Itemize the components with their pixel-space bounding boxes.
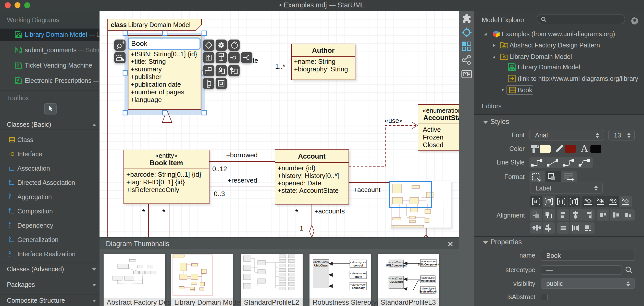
svg-text:entity: entity bbox=[354, 275, 362, 278]
svg-text:te: te bbox=[253, 57, 258, 64]
svg-text:+history: History[0..*]: +history: History[0..*] bbox=[278, 172, 339, 180]
svg-text:«stereotype»: «stereotype» bbox=[421, 260, 436, 263]
svg-text:+borrowed: +borrowed bbox=[226, 151, 258, 159]
svg-text:+publication date: +publication date bbox=[131, 81, 181, 88]
svg-text:«stereotype»: «stereotype» bbox=[420, 276, 436, 279]
svg-text:Library Domain Model: Library Domain Model bbox=[128, 21, 191, 28]
svg-text:+biography: String: +biography: String bbox=[294, 65, 348, 73]
svg-text:«enumeration»: «enumeration» bbox=[423, 107, 459, 114]
svg-text:+ISBN: String[0..1] {id}: +ISBN: String[0..1] {id} bbox=[131, 50, 197, 58]
svg-text:control: control bbox=[353, 264, 363, 267]
svg-text:Book: Book bbox=[131, 40, 148, 47]
svg-text:«stereotype»: «stereotype» bbox=[350, 272, 366, 275]
svg-text:Closed: Closed bbox=[423, 141, 443, 149]
svg-text:Book Item: Book Item bbox=[150, 159, 183, 167]
svg-text:1..*: 1..* bbox=[275, 63, 285, 70]
svg-text:1: 1 bbox=[300, 224, 303, 232]
svg-text:0..3: 0..3 bbox=[214, 190, 225, 198]
svg-text:+number of pages: +number of pages bbox=[131, 88, 184, 96]
svg-text:SystemModel: SystemModel bbox=[419, 290, 437, 293]
svg-text:boundary: boundary bbox=[352, 286, 365, 289]
svg-text:+isReferenceOnly: +isReferenceOnly bbox=[126, 186, 179, 194]
svg-text:+opened: Date: +opened: Date bbox=[278, 179, 321, 187]
svg-text:+barcode: String[0..1] {id}: +barcode: String[0..1] {id} bbox=[126, 171, 201, 178]
svg-text:«metaClass»: «metaClass» bbox=[313, 260, 329, 263]
svg-text:«use»: «use» bbox=[385, 117, 403, 124]
svg-text:+reserved: +reserved bbox=[228, 176, 257, 184]
svg-text:BuildComponent: BuildComponent bbox=[418, 263, 439, 266]
svg-text:0..12: 0..12 bbox=[212, 165, 227, 173]
svg-text:+language: +language bbox=[131, 96, 162, 104]
svg-text:AccountState: AccountState bbox=[423, 114, 459, 122]
svg-text:+account: +account bbox=[353, 186, 381, 194]
svg-text:«metaClass»: «metaClass» bbox=[388, 277, 404, 280]
svg-text:class: class bbox=[111, 21, 127, 28]
svg-text:Account: Account bbox=[298, 152, 326, 160]
svg-text:*: * bbox=[142, 208, 145, 216]
svg-text:«stereotype»: «stereotype» bbox=[350, 261, 366, 264]
svg-text:UMLModel: UMLModel bbox=[389, 280, 403, 283]
svg-text:+publisher: +publisher bbox=[131, 73, 162, 81]
svg-text:+title: String: +title: String bbox=[131, 58, 166, 65]
svg-text:UMLClass: UMLClass bbox=[314, 264, 328, 267]
svg-text:Author: Author bbox=[312, 47, 335, 54]
svg-text:Metamodel: Metamodel bbox=[421, 279, 435, 282]
svg-text:+name: String: +name: String bbox=[294, 58, 336, 65]
svg-text:+number {id}: +number {id} bbox=[278, 164, 315, 172]
svg-text:«stereotype»: «stereotype» bbox=[350, 283, 366, 286]
svg-text:Active: Active bbox=[423, 126, 441, 133]
svg-text:UMLComponent: UMLComponent bbox=[386, 264, 407, 267]
svg-text:+summary: +summary bbox=[131, 65, 162, 73]
svg-text:«metaClass»: «metaClass» bbox=[388, 261, 404, 264]
svg-text:«stereotype»: «stereotype» bbox=[420, 287, 436, 290]
svg-text:Frozen: Frozen bbox=[423, 133, 443, 141]
svg-text:*: * bbox=[162, 208, 165, 216]
svg-text:+tag: RFID[0..1] {id}: +tag: RFID[0..1] {id} bbox=[126, 178, 185, 186]
svg-text:+accounts: +accounts bbox=[314, 207, 345, 215]
svg-text:+state: AccountState: +state: AccountState bbox=[278, 187, 339, 194]
svg-text:«entity»: «entity» bbox=[155, 152, 178, 159]
svg-text:*: * bbox=[295, 208, 298, 216]
